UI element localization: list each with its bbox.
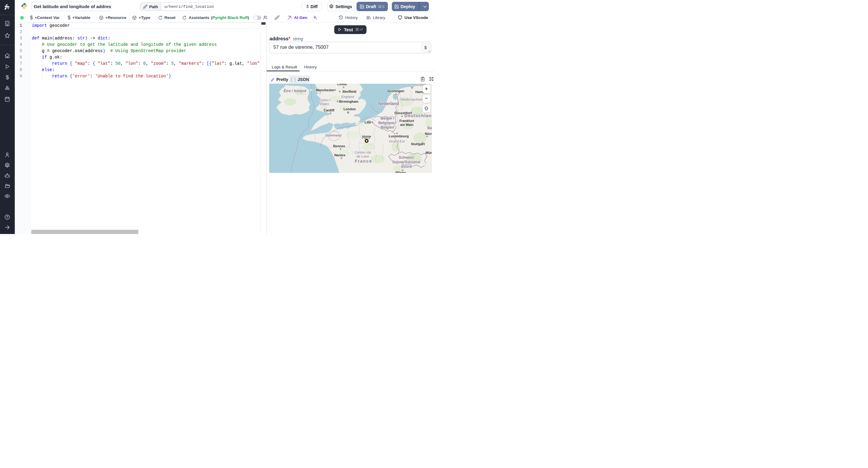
svg-text:Groningen: Groningen xyxy=(388,89,404,93)
svg-text:Home: Home xyxy=(362,135,371,138)
svg-text:Deutschlan: Deutschlan xyxy=(404,113,432,118)
svg-text:Cardiff: Cardiff xyxy=(324,108,335,112)
svg-text:Leeds: Leeds xyxy=(337,84,347,86)
svg-text:Lille: Lille xyxy=(364,121,371,124)
svg-text:Nederland: Nederland xyxy=(378,101,399,106)
svg-text:am Main: am Main xyxy=(400,123,413,127)
svg-text:England: England xyxy=(341,95,354,98)
svg-text:Bay: Bay xyxy=(427,126,432,130)
svg-text:London: London xyxy=(344,107,356,111)
svg-text:Manchester: Manchester xyxy=(316,88,335,92)
svg-text:Sheffield: Sheffield xyxy=(342,90,356,93)
svg-text:Münche: Münche xyxy=(426,151,432,155)
svg-text:Cymru /: Cymru / xyxy=(318,98,330,102)
svg-text:België /: België / xyxy=(381,116,394,121)
svg-text:Schweiz/: Schweiz/ xyxy=(399,156,414,160)
svg-text:Frankfurt: Frankfurt xyxy=(399,119,414,123)
svg-text:Wales: Wales xyxy=(320,102,329,106)
svg-text:Centre-Val: Centre-Val xyxy=(354,151,371,154)
svg-text:Niedersachsen: Niedersachsen xyxy=(401,98,424,101)
svg-text:Belgien: Belgien xyxy=(380,125,394,130)
svg-text:de Loire: de Loire xyxy=(356,155,369,158)
svg-text:Svizra: Svizra xyxy=(401,164,412,169)
svg-text:Luxembourg: Luxembourg xyxy=(389,134,409,138)
svg-text:Guernsey: Guernsey xyxy=(326,133,342,137)
svg-text:Belgique /: Belgique / xyxy=(378,121,396,125)
svg-text:Suisse/Svizzera/: Suisse/Svizzera/ xyxy=(392,160,421,164)
svg-text:Birmingham: Birmingham xyxy=(339,100,358,103)
svg-text:Grand Est: Grand Est xyxy=(389,139,405,143)
svg-text:France: France xyxy=(355,159,372,164)
svg-text:Rennes: Rennes xyxy=(333,144,345,148)
svg-text:Nantes: Nantes xyxy=(334,153,345,157)
svg-text:Nürnber: Nürnber xyxy=(425,132,432,136)
svg-text:Milano: Milano xyxy=(396,171,406,173)
svg-text:Éire / Ireland: Éire / Ireland xyxy=(284,89,306,93)
